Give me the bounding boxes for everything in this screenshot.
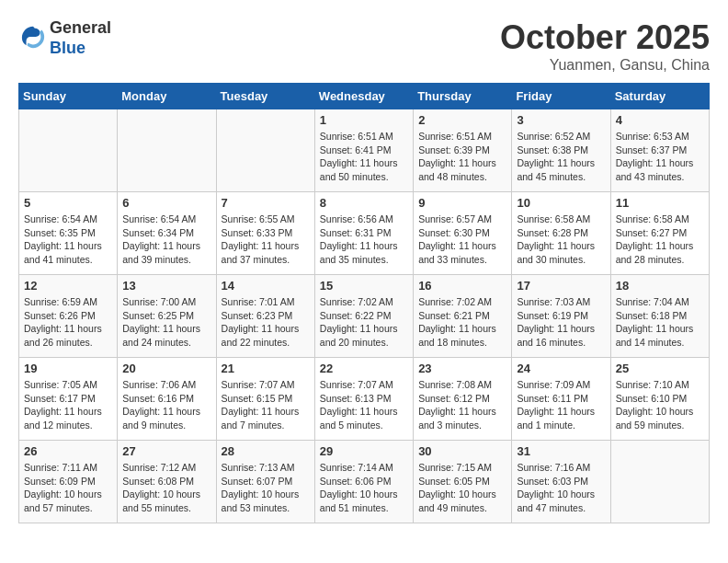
- location: Yuanmen, Gansu, China: [500, 57, 710, 74]
- day-number: 18: [616, 279, 704, 293]
- day-number: 12: [24, 279, 112, 293]
- day-number: 26: [24, 444, 112, 458]
- day-info: Sunrise: 7:08 AM Sunset: 6:12 PM Dayligh…: [418, 378, 506, 432]
- calendar-week-row: 19Sunrise: 7:05 AM Sunset: 6:17 PM Dayli…: [19, 358, 710, 441]
- calendar-cell: 17Sunrise: 7:03 AM Sunset: 6:19 PM Dayli…: [512, 275, 610, 358]
- calendar-cell: 28Sunrise: 7:13 AM Sunset: 6:07 PM Dayli…: [216, 441, 314, 523]
- day-info: Sunrise: 7:02 AM Sunset: 6:22 PM Dayligh…: [320, 295, 408, 350]
- calendar-cell: 16Sunrise: 7:02 AM Sunset: 6:21 PM Dayli…: [414, 275, 512, 358]
- day-number: 3: [517, 113, 605, 127]
- day-info: Sunrise: 6:55 AM Sunset: 6:33 PM Dayligh…: [222, 213, 310, 267]
- page-header: General Blue October 2025 Yuanmen, Gansu…: [18, 18, 710, 74]
- weekday-header-row: SundayMondayTuesdayWednesdayThursdayFrid…: [19, 84, 710, 109]
- day-number: 4: [616, 113, 704, 127]
- calendar-cell: [216, 109, 314, 192]
- calendar-cell: 19Sunrise: 7:05 AM Sunset: 6:17 PM Dayli…: [19, 358, 118, 441]
- calendar-cell: 7Sunrise: 6:55 AM Sunset: 6:33 PM Daylig…: [216, 192, 314, 275]
- calendar-cell: 3Sunrise: 6:52 AM Sunset: 6:38 PM Daylig…: [512, 109, 610, 192]
- day-info: Sunrise: 7:01 AM Sunset: 6:23 PM Dayligh…: [222, 295, 310, 350]
- day-info: Sunrise: 7:10 AM Sunset: 6:10 PM Dayligh…: [616, 378, 704, 432]
- day-info: Sunrise: 7:07 AM Sunset: 6:13 PM Dayligh…: [320, 378, 408, 432]
- day-number: 6: [122, 196, 210, 210]
- calendar-cell: 25Sunrise: 7:10 AM Sunset: 6:10 PM Dayli…: [610, 358, 709, 441]
- day-info: Sunrise: 7:14 AM Sunset: 6:06 PM Dayligh…: [320, 461, 408, 515]
- weekday-header-tuesday: Tuesday: [216, 84, 314, 109]
- calendar-cell: 10Sunrise: 6:58 AM Sunset: 6:28 PM Dayli…: [512, 192, 610, 275]
- day-info: Sunrise: 7:07 AM Sunset: 6:15 PM Dayligh…: [222, 378, 310, 432]
- calendar-cell: 24Sunrise: 7:09 AM Sunset: 6:11 PM Dayli…: [512, 358, 610, 441]
- calendar-cell: [19, 109, 118, 192]
- day-info: Sunrise: 7:04 AM Sunset: 6:18 PM Dayligh…: [616, 295, 704, 350]
- calendar-cell: 6Sunrise: 6:54 AM Sunset: 6:34 PM Daylig…: [118, 192, 216, 275]
- calendar-cell: 5Sunrise: 6:54 AM Sunset: 6:35 PM Daylig…: [19, 192, 118, 275]
- day-info: Sunrise: 6:57 AM Sunset: 6:30 PM Dayligh…: [418, 213, 506, 267]
- day-number: 23: [418, 362, 506, 375]
- day-info: Sunrise: 6:53 AM Sunset: 6:37 PM Dayligh…: [616, 130, 704, 184]
- day-number: 28: [222, 444, 310, 458]
- day-number: 20: [122, 362, 210, 375]
- calendar-cell: 15Sunrise: 7:02 AM Sunset: 6:22 PM Dayli…: [314, 275, 413, 358]
- day-number: 27: [122, 444, 210, 458]
- day-number: 9: [418, 196, 506, 210]
- calendar-cell: 12Sunrise: 6:59 AM Sunset: 6:26 PM Dayli…: [19, 275, 118, 358]
- calendar-cell: 20Sunrise: 7:06 AM Sunset: 6:16 PM Dayli…: [118, 358, 216, 441]
- calendar-cell: 1Sunrise: 6:51 AM Sunset: 6:41 PM Daylig…: [314, 109, 413, 192]
- day-number: 25: [616, 362, 704, 375]
- logo-blue-text: Blue: [50, 39, 85, 57]
- day-number: 30: [418, 444, 506, 458]
- calendar-cell: 11Sunrise: 6:58 AM Sunset: 6:27 PM Dayli…: [610, 192, 709, 275]
- day-number: 19: [24, 362, 112, 375]
- day-number: 2: [418, 113, 506, 127]
- day-number: 22: [320, 362, 408, 375]
- calendar-cell: 30Sunrise: 7:15 AM Sunset: 6:05 PM Dayli…: [414, 441, 512, 523]
- day-number: 21: [222, 362, 310, 375]
- calendar-cell: 4Sunrise: 6:53 AM Sunset: 6:37 PM Daylig…: [610, 109, 709, 192]
- weekday-header-thursday: Thursday: [414, 84, 512, 109]
- calendar-cell: 29Sunrise: 7:14 AM Sunset: 6:06 PM Dayli…: [314, 441, 413, 523]
- logo-icon: [20, 24, 46, 50]
- day-info: Sunrise: 6:58 AM Sunset: 6:27 PM Dayligh…: [616, 213, 704, 267]
- weekday-header-saturday: Saturday: [610, 84, 709, 109]
- day-info: Sunrise: 6:56 AM Sunset: 6:31 PM Dayligh…: [320, 213, 408, 267]
- calendar-cell: 13Sunrise: 7:00 AM Sunset: 6:25 PM Dayli…: [118, 275, 216, 358]
- day-number: 15: [320, 279, 408, 293]
- calendar-cell: 26Sunrise: 7:11 AM Sunset: 6:09 PM Dayli…: [19, 441, 118, 523]
- calendar-cell: [610, 441, 709, 523]
- day-info: Sunrise: 6:58 AM Sunset: 6:28 PM Dayligh…: [517, 213, 605, 267]
- logo: General Blue: [18, 18, 111, 58]
- day-info: Sunrise: 7:03 AM Sunset: 6:19 PM Dayligh…: [517, 295, 605, 350]
- day-info: Sunrise: 6:54 AM Sunset: 6:34 PM Dayligh…: [122, 213, 210, 267]
- day-number: 31: [517, 444, 605, 458]
- day-number: 24: [517, 362, 605, 375]
- day-info: Sunrise: 7:16 AM Sunset: 6:03 PM Dayligh…: [517, 461, 605, 515]
- day-info: Sunrise: 7:06 AM Sunset: 6:16 PM Dayligh…: [122, 378, 210, 432]
- calendar-table: SundayMondayTuesdayWednesdayThursdayFrid…: [18, 83, 710, 523]
- calendar-cell: 9Sunrise: 6:57 AM Sunset: 6:30 PM Daylig…: [414, 192, 512, 275]
- calendar-cell: 14Sunrise: 7:01 AM Sunset: 6:23 PM Dayli…: [216, 275, 314, 358]
- calendar-cell: 2Sunrise: 6:51 AM Sunset: 6:39 PM Daylig…: [414, 109, 512, 192]
- day-number: 1: [320, 113, 408, 127]
- day-number: 14: [222, 279, 310, 293]
- logo-general-text: General: [50, 18, 111, 37]
- calendar-cell: 22Sunrise: 7:07 AM Sunset: 6:13 PM Dayli…: [314, 358, 413, 441]
- calendar-week-row: 5Sunrise: 6:54 AM Sunset: 6:35 PM Daylig…: [19, 192, 710, 275]
- calendar-cell: 31Sunrise: 7:16 AM Sunset: 6:03 PM Dayli…: [512, 441, 610, 523]
- day-number: 5: [24, 196, 112, 210]
- calendar-cell: 23Sunrise: 7:08 AM Sunset: 6:12 PM Dayli…: [414, 358, 512, 441]
- weekday-header-sunday: Sunday: [19, 84, 118, 109]
- calendar-cell: 21Sunrise: 7:07 AM Sunset: 6:15 PM Dayli…: [216, 358, 314, 441]
- day-info: Sunrise: 7:15 AM Sunset: 6:05 PM Dayligh…: [418, 461, 506, 515]
- calendar-cell: 27Sunrise: 7:12 AM Sunset: 6:08 PM Dayli…: [118, 441, 216, 523]
- day-info: Sunrise: 6:51 AM Sunset: 6:39 PM Dayligh…: [418, 130, 506, 184]
- calendar-cell: 8Sunrise: 6:56 AM Sunset: 6:31 PM Daylig…: [314, 192, 413, 275]
- day-number: 13: [122, 279, 210, 293]
- weekday-header-wednesday: Wednesday: [314, 84, 413, 109]
- day-number: 11: [616, 196, 704, 210]
- day-number: 17: [517, 279, 605, 293]
- calendar-cell: [118, 109, 216, 192]
- day-number: 7: [222, 196, 310, 210]
- day-info: Sunrise: 7:12 AM Sunset: 6:08 PM Dayligh…: [122, 461, 210, 515]
- calendar-week-row: 12Sunrise: 6:59 AM Sunset: 6:26 PM Dayli…: [19, 275, 710, 358]
- day-number: 16: [418, 279, 506, 293]
- day-number: 10: [517, 196, 605, 210]
